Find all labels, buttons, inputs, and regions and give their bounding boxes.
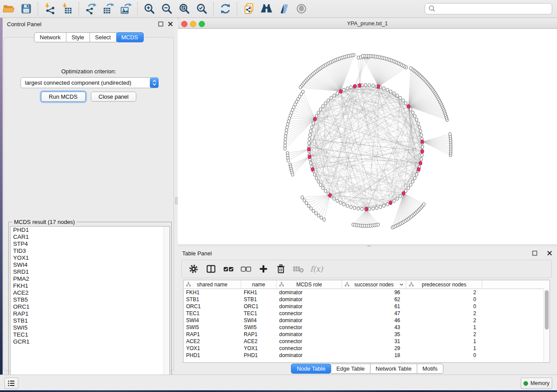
- clone-network-button[interactable]: [240, 1, 258, 16]
- delete-column-button[interactable]: [275, 263, 287, 275]
- run-mcds-button[interactable]: Run MCDS: [41, 92, 86, 102]
- table-row[interactable]: ACE2ACE2connector311: [183, 338, 550, 345]
- search-input[interactable]: [436, 4, 552, 13]
- search-box[interactable]: [425, 3, 552, 14]
- table-cell[interactable]: connector: [277, 338, 342, 344]
- create-column-button[interactable]: [258, 263, 269, 275]
- import-table-button[interactable]: [59, 1, 76, 16]
- result-node[interactable]: PHD1: [10, 227, 170, 234]
- table-cell[interactable]: dominator: [277, 352, 342, 358]
- table-cell[interactable]: dominator: [277, 331, 342, 337]
- scrollbar-thumb[interactable]: [545, 290, 549, 330]
- table-row[interactable]: ORC1ORC1dominator610: [183, 303, 550, 310]
- result-node[interactable]: RAP1: [10, 310, 170, 317]
- table-cell[interactable]: RAP1: [241, 331, 277, 337]
- table-cell[interactable]: YOX1: [241, 345, 277, 351]
- zoom-in-button[interactable]: [141, 1, 158, 16]
- table-cell[interactable]: connector: [277, 324, 342, 330]
- table-settings-button[interactable]: [188, 263, 199, 275]
- result-node[interactable]: STB5: [10, 296, 170, 303]
- table-cell[interactable]: 0: [406, 303, 482, 309]
- column-header[interactable]: predecessor nodes: [406, 280, 482, 289]
- table-cell[interactable]: 61: [342, 303, 406, 309]
- export-image-button[interactable]: [117, 1, 135, 16]
- table-cell[interactable]: SWI5: [241, 324, 277, 330]
- memory-button[interactable]: Memory: [521, 378, 552, 389]
- tab-edge-table[interactable]: Edge Table: [331, 364, 370, 374]
- table-cell[interactable]: 0: [406, 352, 482, 358]
- table-cell[interactable]: connector: [277, 345, 342, 351]
- network-canvas[interactable]: [178, 29, 557, 244]
- table-row[interactable]: PHD1PHD1dominator180: [183, 352, 550, 359]
- table-cell[interactable]: dominator: [277, 317, 342, 323]
- float-window-icon[interactable]: [532, 251, 537, 256]
- unselect-all-columns-button[interactable]: [240, 263, 252, 275]
- table-cell[interactable]: 1: [406, 324, 482, 330]
- table-cell[interactable]: FKH1: [183, 289, 241, 296]
- table-cell[interactable]: dominator: [277, 303, 342, 309]
- table-cell[interactable]: 43: [342, 324, 406, 330]
- show-column-panel-button[interactable]: [205, 263, 217, 275]
- column-header[interactable]: successor nodes: [342, 280, 406, 289]
- result-node[interactable]: YOX1: [10, 254, 170, 261]
- table-row[interactable]: STB1STB1dominator620: [183, 296, 550, 303]
- table-cell[interactable]: ORC1: [183, 303, 241, 309]
- first-neighbors-button[interactable]: [258, 1, 275, 16]
- table-cell[interactable]: 62: [342, 296, 406, 303]
- table-cell[interactable]: STB1: [183, 296, 241, 303]
- network-graph[interactable]: [178, 29, 557, 244]
- table-cell[interactable]: TEC1: [183, 310, 241, 316]
- zoom-fit-button[interactable]: [176, 1, 193, 16]
- save-session-button[interactable]: [17, 1, 35, 16]
- delete-table-button[interactable]: [293, 263, 304, 275]
- result-node[interactable]: SWI5: [10, 324, 170, 331]
- table-cell[interactable]: SWI4: [241, 317, 277, 323]
- table-cell[interactable]: 1: [406, 345, 482, 351]
- result-node[interactable]: STB1: [10, 317, 170, 324]
- table-cell[interactable]: 31: [342, 338, 406, 344]
- result-node[interactable]: ACE2: [10, 289, 170, 296]
- table-cell[interactable]: 18: [342, 352, 406, 358]
- result-node[interactable]: TEC1: [10, 331, 170, 338]
- table-cell[interactable]: 29: [342, 345, 406, 351]
- table-cell[interactable]: SWI5: [183, 324, 241, 330]
- table-cell[interactable]: 2: [406, 310, 482, 316]
- result-node[interactable]: ORC1: [10, 303, 170, 310]
- hide-graphics-button[interactable]: [275, 1, 293, 16]
- tab-node-table[interactable]: Node Table: [291, 364, 331, 374]
- tab-style[interactable]: Style: [66, 32, 90, 42]
- table-cell[interactable]: RAP1: [183, 331, 241, 337]
- tab-select[interactable]: Select: [90, 32, 117, 42]
- table-cell[interactable]: SWI4: [183, 317, 241, 323]
- column-header[interactable]: shared name: [183, 280, 241, 289]
- table-cell[interactable]: 46: [342, 317, 406, 323]
- export-network-button[interactable]: [82, 1, 100, 16]
- refresh-layout-button[interactable]: [217, 1, 234, 16]
- node-table[interactable]: shared namenameMCDS rolesuccessor nodesp…: [183, 280, 550, 363]
- float-window-icon[interactable]: [158, 21, 163, 27]
- table-cell[interactable]: 47: [342, 310, 406, 316]
- table-cell[interactable]: 1: [406, 338, 482, 344]
- tab-motifs[interactable]: Motifs: [417, 364, 443, 374]
- criterion-dropdown[interactable]: largest connected component (undirected): [21, 77, 159, 88]
- result-node[interactable]: PMA2: [10, 275, 170, 282]
- close-panel-button[interactable]: Close panel: [91, 92, 137, 102]
- result-node[interactable]: GCR1: [10, 338, 170, 345]
- table-cell[interactable]: dominator: [277, 296, 342, 303]
- open-session-button[interactable]: [0, 1, 17, 16]
- table-cell[interactable]: ACE2: [183, 338, 241, 344]
- table-cell[interactable]: 2: [406, 317, 482, 323]
- table-cell[interactable]: 0: [406, 296, 482, 303]
- table-cell[interactable]: 96: [342, 289, 406, 296]
- result-node[interactable]: TID3: [10, 248, 170, 254]
- network-window-titlebar[interactable]: YPA_prune.txt_1: [178, 19, 557, 29]
- close-panel-icon[interactable]: [168, 21, 173, 27]
- result-node[interactable]: SWI4: [10, 261, 170, 268]
- zoom-out-button[interactable]: [158, 1, 176, 16]
- table-cell[interactable]: 2: [406, 289, 482, 296]
- import-network-button[interactable]: [41, 1, 59, 16]
- table-cell[interactable]: YOX1: [183, 345, 241, 351]
- table-cell[interactable]: STB1: [241, 296, 277, 303]
- table-cell[interactable]: ACE2: [241, 338, 277, 344]
- function-builder-button[interactable]: f(x): [310, 265, 323, 273]
